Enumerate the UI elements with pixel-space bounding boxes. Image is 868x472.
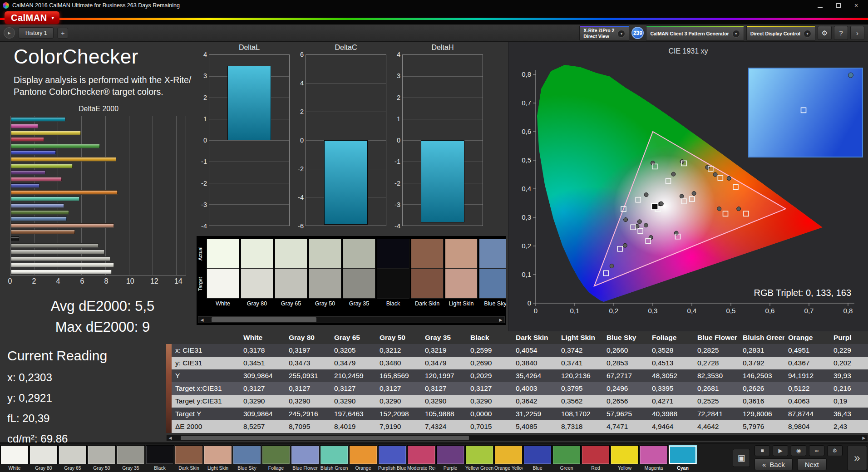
patch-button-orange[interactable]: Orange — [349, 443, 378, 472]
table-cell: 0,2029 — [467, 369, 512, 382]
patch-color — [262, 445, 290, 464]
patch-color — [407, 445, 435, 464]
patch-button-white[interactable]: White — [0, 443, 29, 472]
scrollbar-thumb[interactable] — [212, 317, 316, 322]
patch-button-light-skin[interactable]: Light Skin — [203, 443, 232, 472]
table-scrollbar[interactable]: ◀ ▶ — [166, 435, 868, 441]
patch-button-blue[interactable]: Blue — [523, 443, 552, 472]
deltae-bar-yellow-green — [11, 164, 73, 168]
patch-button-yellow-green[interactable]: Yellow Green — [465, 443, 494, 472]
add-tab-button[interactable]: + — [57, 28, 68, 39]
patch-button-yellow[interactable]: Yellow — [610, 443, 639, 472]
advance-button[interactable]: › — [850, 26, 864, 40]
workflow-nav-button[interactable]: ▸ — [4, 27, 15, 39]
gridline — [403, 76, 483, 77]
swatch-gray-80[interactable]: Gray 80 — [241, 239, 273, 309]
patch-button-cyan[interactable]: Cyan — [668, 443, 697, 472]
table-cell: 0,2525 — [694, 395, 739, 408]
swatch-black[interactable]: Black — [377, 239, 409, 309]
patch-color — [0, 445, 29, 464]
scroll-left-icon[interactable]: ◀ — [167, 436, 174, 440]
scrollbar-thumb[interactable] — [181, 436, 469, 440]
display-device-button[interactable]: Direct Display Control ▾ — [746, 25, 815, 41]
scroll-right-icon[interactable]: ▶ — [497, 318, 504, 322]
patch-button-gray-65[interactable]: Gray 65 — [58, 443, 87, 472]
patch-button-gray-35[interactable]: Gray 35 — [116, 443, 145, 472]
patch-button-magenta[interactable]: Magenta — [639, 443, 668, 472]
y-tick-label: 0,2 — [522, 242, 531, 250]
swatch-gray-65[interactable]: Gray 65 — [275, 239, 307, 309]
x-tick-label: 0,8 — [843, 307, 853, 315]
table-cell: 0,4271 — [648, 395, 694, 408]
actual-swatch — [275, 239, 307, 269]
scrollbar-track[interactable] — [174, 435, 860, 441]
patch-button-black[interactable]: Black — [145, 443, 174, 472]
play-button[interactable]: ▶ — [773, 445, 788, 456]
y-tick-label: -2 — [298, 165, 304, 172]
next-button[interactable]: Next — [797, 458, 827, 470]
swatch-gray-35[interactable]: Gray 35 — [343, 239, 375, 309]
settings-button[interactable]: ⚙ — [818, 26, 832, 40]
maximize-button[interactable] — [829, 0, 847, 11]
scroll-right-icon[interactable]: ▶ — [860, 436, 868, 440]
current-point-marker — [651, 203, 658, 210]
patch-button-bluish-green[interactable]: Bluish Green — [320, 443, 349, 472]
swatch-dark-skin[interactable]: Dark Skin — [411, 239, 444, 309]
table-header-cell: Gray 50 — [376, 331, 421, 344]
swatch-scrollbar[interactable]: ◀ ▶ — [198, 316, 505, 323]
target-swatch — [411, 269, 444, 299]
stop-button[interactable]: ■ — [755, 445, 770, 456]
table-cell: 0,202 — [830, 357, 868, 369]
patch-button-gray-80[interactable]: Gray 80 — [29, 443, 58, 472]
meter-device-button[interactable]: X-Rite i1Pro 2 Direct View ▾ — [579, 25, 629, 41]
tab-history-1[interactable]: History 1 — [19, 27, 54, 39]
meter-status-badge[interactable]: 239 — [631, 27, 644, 39]
record-button[interactable]: ◉ — [791, 445, 806, 456]
measured-point-purplish-blue — [623, 243, 627, 247]
swatch-white[interactable]: White — [207, 239, 239, 309]
table-cell: 67,2717 — [603, 369, 648, 382]
page-nav: « Back Next — [755, 458, 843, 470]
patch-button-foliage[interactable]: Foliage — [261, 443, 291, 472]
actual-swatch — [241, 239, 273, 269]
patch-button-moderate-red[interactable]: Moderate Red — [407, 443, 436, 472]
swatch-gray-50[interactable]: Gray 50 — [309, 239, 341, 309]
y-tick-label: 0,3 — [522, 213, 531, 221]
back-button[interactable]: « Back — [755, 458, 793, 470]
patch-color — [175, 445, 203, 464]
close-button[interactable]: × — [847, 0, 865, 11]
patch-label: Black — [146, 464, 174, 472]
scrollbar-track[interactable] — [206, 317, 497, 323]
scroll-left-icon[interactable]: ◀ — [198, 318, 206, 322]
avg-de2000-value: Avg dE2000: 5,5 — [7, 298, 198, 315]
patch-color — [378, 445, 406, 464]
patch-button-gray-50[interactable]: Gray 50 — [87, 443, 116, 472]
patch-button-blue-sky[interactable]: Blue Sky — [232, 443, 261, 472]
table-cell: 0,2660 — [603, 344, 648, 357]
gear-button[interactable]: ⚙ — [827, 445, 843, 456]
layout-button[interactable]: ▣ — [733, 449, 750, 467]
meter-device-label: X-Rite i1Pro 2 Direct View — [583, 28, 614, 39]
source-device-button[interactable]: CalMAN Client 3 Pattern Generator ▾ — [646, 25, 744, 41]
advance-page-button[interactable]: » — [847, 446, 867, 470]
swatch-light-skin[interactable]: Light Skin — [445, 239, 478, 309]
continuous-measure-button[interactable]: ∞ — [809, 445, 824, 456]
patch-button-red[interactable]: Red — [581, 443, 610, 472]
patch-button-blue-flower[interactable]: Blue Flower — [291, 443, 320, 472]
patch-button-purple[interactable]: Purple — [436, 443, 465, 472]
patch-button-purplish-blue[interactable]: Purplish Blue — [378, 443, 407, 472]
y-tick-label: -6 — [298, 222, 304, 230]
deltae-bar-orange-yellow — [11, 157, 116, 162]
actual-swatch — [343, 239, 375, 269]
table-cell: 5,7976 — [739, 420, 784, 433]
patch-button-orange-yellow[interactable]: Orange Yellow — [494, 443, 523, 472]
help-button[interactable]: ? — [834, 26, 848, 40]
toolbar-controls: ▣ ■▶◉∞⚙ « Back Next » — [697, 443, 868, 472]
patch-button-green[interactable]: Green — [552, 443, 581, 472]
deltae-bar-gray-50 — [11, 250, 104, 254]
swatch-blue-sky[interactable]: Blue Sky — [479, 239, 506, 309]
patch-button-dark-skin[interactable]: Dark Skin — [174, 443, 203, 472]
calman-logo-menu[interactable]: CalMAN ▾ — [5, 11, 59, 24]
minimize-button[interactable] — [811, 0, 829, 11]
table-cell: 165,8569 — [376, 369, 421, 382]
